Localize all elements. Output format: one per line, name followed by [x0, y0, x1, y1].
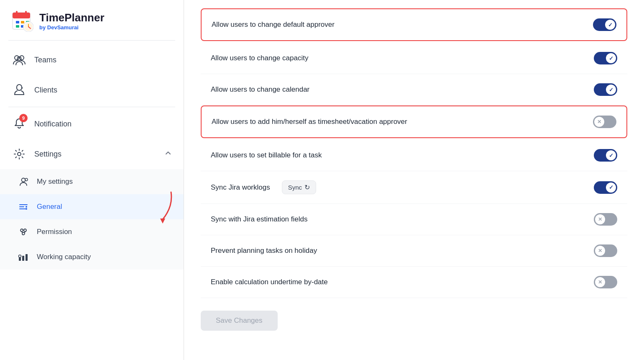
settings-row-sync-jira-estimation: Sync with Jira estimation fields✕: [201, 204, 627, 235]
settings-label-sync-jira-worklogs: Sync Jira worklogsSync ↻: [211, 180, 316, 194]
svg-rect-4: [16, 21, 19, 23]
settings-label-allow-change-approver: Allow users to change default approver: [212, 21, 335, 29]
settings-label-prevent-planning-holiday: Prevent planning tasks on holiday: [211, 247, 317, 255]
settings-list: Allow users to change default approver✓A…: [201, 8, 627, 298]
notification-label: Notification: [34, 120, 72, 129]
working-capacity-label: Working capacity: [37, 253, 91, 261]
clients-label: Clients: [34, 86, 57, 95]
settings-label-allow-change-calendar: Allow users to change calendar: [211, 85, 309, 94]
clients-icon: [12, 82, 27, 98]
settings-row-allow-change-capacity: Allow users to change capacity✓: [201, 43, 627, 74]
svg-point-38: [19, 255, 21, 257]
settings-row-allow-set-billable: Allow users to set billable for a task✓: [201, 140, 627, 171]
svg-point-19: [22, 178, 26, 182]
logo-text: TimePlanner by DevSamurai: [39, 11, 105, 31]
svg-rect-35: [19, 257, 21, 261]
settings-row-sync-jira-worklogs: Sync Jira worklogsSync ↻✓: [201, 171, 627, 204]
settings-row-prevent-planning-holiday: Prevent planning tasks on holiday✕: [201, 235, 627, 267]
settings-label-sync-jira-estimation: Sync with Jira estimation fields: [211, 215, 307, 224]
toggle-enable-undertime[interactable]: ✕: [594, 276, 617, 288]
svg-point-28: [24, 229, 26, 231]
svg-point-15: [18, 57, 21, 61]
svg-rect-37: [26, 254, 28, 261]
settings-label-enable-undertime: Enable calculation undertime by-date: [211, 278, 328, 286]
sidebar-item-working-capacity[interactable]: Working capacity: [0, 244, 184, 270]
teams-icon: [12, 52, 27, 67]
toggle-prevent-planning-holiday[interactable]: ✕: [594, 244, 617, 257]
sidebar-item-general[interactable]: General: [0, 194, 184, 219]
svg-rect-16: [17, 85, 22, 90]
toggle-allow-add-self-approver[interactable]: ✕: [593, 116, 616, 128]
settings-icon: [12, 147, 27, 162]
sidebar-nav: Teams Clients: [0, 41, 184, 274]
permission-label: Permission: [37, 228, 72, 236]
sync-button[interactable]: Sync ↻: [282, 180, 316, 194]
svg-rect-7: [16, 25, 19, 28]
app-title: TimePlanner: [39, 11, 105, 24]
svg-point-24: [26, 206, 27, 208]
settings-row-allow-change-approver: Allow users to change default approver✓: [201, 8, 627, 41]
svg-point-27: [20, 229, 23, 231]
svg-point-18: [18, 152, 21, 156]
settings-chevron-icon: [164, 149, 172, 159]
svg-point-29: [22, 232, 25, 235]
settings-label-allow-set-billable: Allow users to set billable for a task: [211, 151, 322, 159]
app-subtitle: by DevSamurai: [39, 24, 105, 31]
svg-point-13: [15, 56, 19, 60]
settings-row-allow-add-self-approver: Allow users to add him/herself as timesh…: [201, 105, 627, 138]
svg-rect-5: [21, 21, 24, 23]
settings-submenu: My settings General: [0, 169, 184, 270]
svg-point-25: [26, 208, 27, 210]
red-arrow: [150, 190, 175, 224]
settings-label-allow-change-capacity: Allow users to change capacity: [211, 54, 308, 62]
toggle-allow-change-capacity[interactable]: ✓: [594, 52, 617, 64]
logo-area: TimePlanner by DevSamurai: [0, 0, 184, 40]
svg-point-14: [20, 56, 24, 60]
toggle-allow-set-billable[interactable]: ✓: [594, 149, 617, 162]
notification-badge: 9: [19, 114, 28, 122]
toggle-allow-change-approver[interactable]: ✓: [593, 18, 616, 31]
sidebar-item-settings[interactable]: Settings: [0, 139, 184, 169]
save-changes-button[interactable]: Save Changes: [201, 311, 278, 331]
sidebar-item-clients[interactable]: Clients: [0, 75, 184, 105]
svg-point-17: [22, 87, 23, 89]
logo-icon: [12, 10, 33, 32]
toggle-sync-jira-worklogs[interactable]: ✓: [594, 181, 617, 194]
settings-label-allow-add-self-approver: Allow users to add him/herself as timesh…: [212, 118, 407, 126]
svg-rect-2: [16, 11, 18, 15]
settings-row-allow-change-calendar: Allow users to change calendar✓: [201, 74, 627, 105]
sidebar-item-notification[interactable]: 9 Notification: [0, 109, 184, 139]
sidebar: TimePlanner by DevSamurai Teams: [0, 0, 184, 360]
toggle-allow-change-calendar[interactable]: ✓: [594, 83, 617, 96]
settings-row-enable-undertime: Enable calculation undertime by-date✕: [201, 267, 627, 298]
my-settings-label: My settings: [37, 177, 73, 186]
permission-icon: [18, 226, 29, 238]
general-label: General: [37, 203, 62, 211]
svg-rect-1: [13, 13, 30, 18]
svg-rect-36: [22, 256, 24, 261]
main-content: Allow users to change default approver✓A…: [184, 0, 644, 360]
svg-rect-3: [25, 11, 27, 15]
svg-marker-26: [160, 219, 165, 224]
settings-label: Settings: [34, 150, 61, 159]
general-icon: [18, 201, 29, 213]
toggle-sync-jira-estimation[interactable]: ✕: [594, 213, 617, 226]
teams-label: Teams: [34, 56, 56, 64]
my-settings-icon: [18, 176, 29, 188]
sidebar-item-teams[interactable]: Teams: [0, 45, 184, 75]
working-capacity-icon: [18, 251, 29, 263]
divider-mid: [8, 107, 175, 107]
